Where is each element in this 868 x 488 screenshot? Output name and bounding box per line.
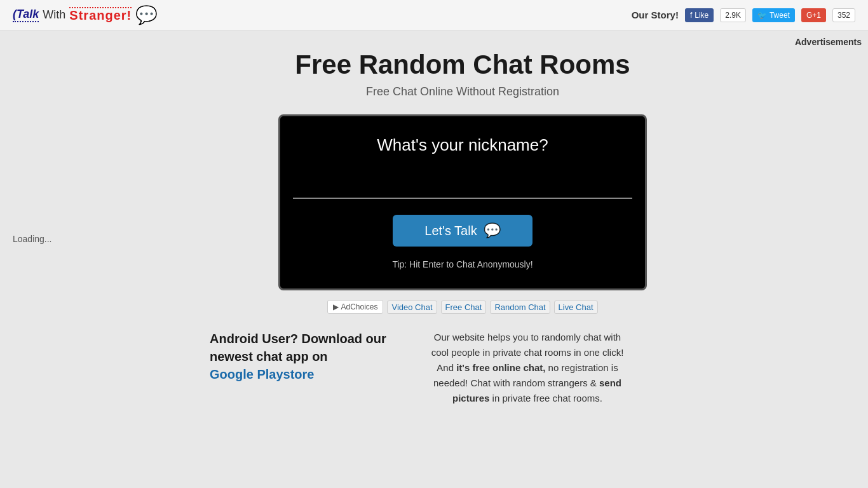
nickname-input[interactable]	[293, 174, 632, 199]
lets-talk-label: Let's Talk	[424, 224, 477, 238]
tags-row: ▶ AdChoices Video Chat Free Chat Random …	[210, 300, 715, 314]
facebook-like-button[interactable]: f Like	[685, 8, 714, 22]
logo-stranger: Stranger!	[69, 7, 132, 23]
header: (Talk With Stranger! 💬 Our Story! f Like…	[0, 0, 868, 30]
playstore-link[interactable]: Google Playstore	[210, 367, 315, 381]
twitter-tweet-button[interactable]: 🐦 Tweet	[752, 8, 795, 22]
nickname-question: What's your nickname?	[293, 135, 632, 155]
live-chat-link[interactable]: Live Chat	[554, 301, 598, 314]
gplus-button[interactable]: G+1	[801, 8, 826, 22]
description-section: Our website helps you to randomly chat w…	[426, 330, 629, 406]
page-title: Free Random Chat Rooms	[210, 50, 715, 80]
our-story-label: Our Story!	[632, 10, 679, 20]
android-title-text: Android User? Download our newest chat a…	[210, 332, 386, 363]
description-bold1: it's free online chat,	[456, 362, 545, 373]
loading-indicator: Loading...	[13, 234, 52, 244]
gplus-count: 352	[832, 8, 855, 22]
adchoices-tag[interactable]: ▶ AdChoices	[327, 300, 383, 314]
right-sidebar: Advertisements	[728, 30, 868, 488]
header-right: Our Story! f Like 2.9K 🐦 Tweet G+1 352	[632, 8, 855, 22]
adchoices-label: AdChoices	[341, 302, 377, 311]
left-sidebar: Loading...	[0, 30, 197, 488]
logo-talk: (Talk	[13, 8, 39, 22]
android-title: Android User? Download our newest chat a…	[210, 330, 407, 383]
facebook-icon: f	[690, 11, 692, 20]
random-chat-link[interactable]: Random Chat	[490, 301, 550, 314]
free-chat-link[interactable]: Free Chat	[441, 301, 487, 314]
gplus-label: G+1	[806, 11, 821, 20]
page-subtitle: Free Chat Online Without Registration	[210, 85, 715, 98]
main-content: Free Random Chat Rooms Free Chat Online …	[197, 30, 728, 488]
chat-bubble-icon: 💬	[484, 222, 501, 239]
android-section: Android User? Download our newest chat a…	[210, 330, 407, 406]
logo: (Talk With Stranger! 💬	[13, 4, 158, 25]
facebook-count: 2.9K	[720, 8, 746, 22]
tip-text: Tip: Hit Enter to Chat Anonymously!	[293, 259, 632, 269]
lets-talk-button[interactable]: Let's Talk 💬	[393, 215, 532, 247]
video-chat-link[interactable]: Video Chat	[387, 301, 437, 314]
playstore-link-text: Google Playstore	[210, 367, 315, 381]
description-text3: in private free chat rooms.	[489, 393, 602, 403]
bottom-section: Android User? Download our newest chat a…	[210, 330, 715, 406]
page-layout: Loading... Free Random Chat Rooms Free C…	[0, 30, 868, 488]
facebook-like-label: Like	[695, 11, 709, 20]
twitter-label: Tweet	[770, 11, 790, 20]
chat-box: What's your nickname? Let's Talk 💬 Tip: …	[278, 114, 647, 290]
twitter-icon: 🐦	[757, 11, 767, 20]
logo-with: With	[43, 8, 65, 22]
logo-icon: 💬	[135, 4, 158, 25]
adchoices-play-icon: ▶	[333, 302, 339, 311]
ads-label: Advertisements	[735, 37, 862, 47]
